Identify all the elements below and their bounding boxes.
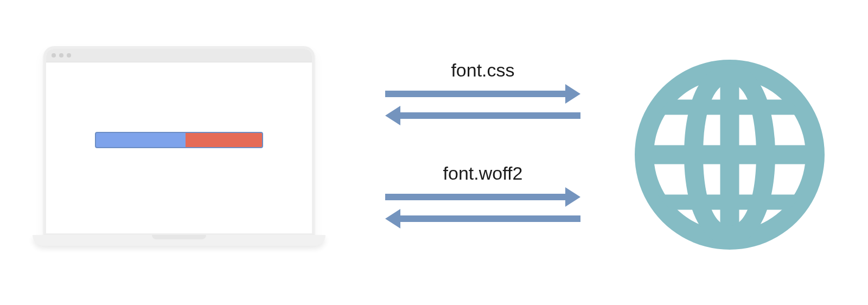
svg-rect-4 bbox=[385, 194, 567, 200]
progress-bar bbox=[95, 132, 263, 148]
double-arrow-icon bbox=[385, 84, 580, 128]
diagram-canvas: font.css font.woff2 bbox=[0, 0, 868, 305]
laptop-icon bbox=[33, 46, 326, 263]
request-arrows-woff2: font.woff2 bbox=[385, 163, 580, 231]
window-dot-icon bbox=[67, 53, 71, 58]
progress-fill bbox=[186, 133, 262, 147]
svg-marker-7 bbox=[385, 209, 400, 228]
svg-marker-1 bbox=[565, 84, 580, 104]
window-dot-icon bbox=[52, 53, 56, 58]
browser-titlebar bbox=[46, 49, 312, 62]
arrow-pair-icon bbox=[385, 187, 580, 231]
browser-window bbox=[46, 49, 312, 233]
double-arrow-icon bbox=[385, 187, 580, 231]
browser-viewport bbox=[46, 62, 312, 233]
svg-marker-5 bbox=[565, 187, 580, 207]
request-arrows-css: font.css bbox=[385, 60, 580, 128]
laptop-lid bbox=[43, 46, 315, 236]
svg-rect-6 bbox=[398, 215, 580, 222]
svg-rect-2 bbox=[398, 112, 580, 119]
svg-marker-3 bbox=[385, 106, 400, 125]
request-label: font.css bbox=[385, 60, 580, 81]
window-dot-icon bbox=[59, 53, 63, 58]
globe-icon bbox=[635, 60, 825, 250]
svg-rect-9 bbox=[640, 145, 820, 164]
request-label: font.woff2 bbox=[385, 163, 580, 184]
laptop-base bbox=[33, 235, 326, 246]
svg-rect-0 bbox=[385, 91, 567, 97]
arrow-pair-icon bbox=[385, 84, 580, 128]
